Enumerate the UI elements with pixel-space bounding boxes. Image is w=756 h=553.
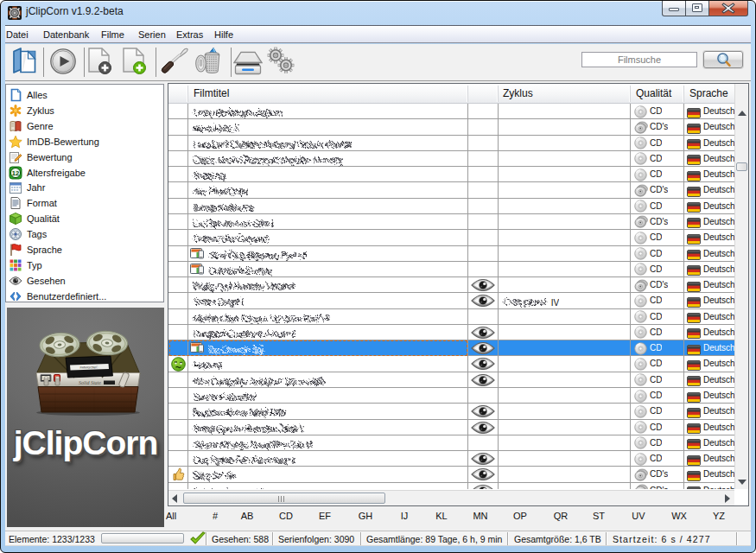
svg-text:12: 12: [12, 168, 19, 176]
svg-text:PANASONIC: PANASONIC: [80, 365, 98, 369]
svg-text:Solid State: Solid State: [79, 380, 101, 385]
